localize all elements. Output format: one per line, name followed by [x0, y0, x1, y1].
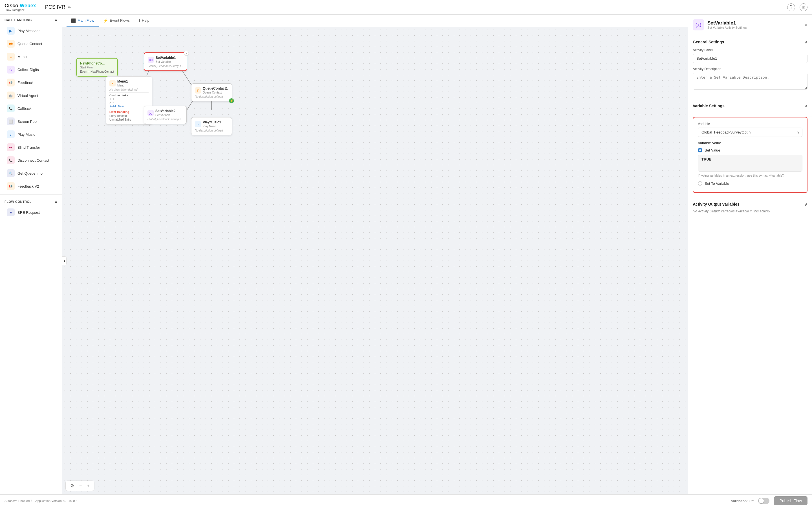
publish-flow-button[interactable]: Publish Flow	[774, 496, 808, 505]
queue-contact-title: QueueContact1	[203, 87, 228, 91]
setvariable2-title: SetVariable2	[155, 109, 175, 113]
tab-main-flow-icon: ⬛	[71, 18, 76, 23]
sidebar-item-get-queue-info[interactable]: 🔍 Get Queue Info	[2, 167, 59, 179]
play-music-node[interactable]: ♪ PlayMusic1 Play Music No description d…	[191, 117, 232, 135]
sidebar-item-feedback-v2[interactable]: 📢 Feedback V2	[2, 180, 59, 192]
disconnect-contact-icon: 📞	[7, 156, 15, 164]
variable-select-wrapper: Global_FeedbackSurveyOptIn ∨	[698, 128, 802, 137]
sidebar-label: Queue Contact	[17, 42, 42, 46]
sidebar-label: Virtual Agent	[17, 94, 38, 98]
sidebar-item-feedback[interactable]: 📢 Feedback	[2, 76, 59, 89]
canvas-connectors	[62, 27, 688, 494]
app-version: Application Version: 0.1.70-0	[35, 499, 75, 503]
setvariable2-desc: Global_FeedbackSurveyO...	[147, 118, 183, 121]
general-settings-chevron[interactable]: ∧	[805, 40, 808, 44]
set-to-variable-radio[interactable]	[698, 181, 702, 186]
variable-value-label: Variable Value	[698, 141, 802, 145]
node-delete-icon[interactable]: ×	[184, 51, 189, 56]
play-music-desc: No description defined	[195, 129, 229, 132]
sidebar-label: Callback	[17, 107, 32, 111]
setvariable2-node[interactable]: (x) SetVariable2 Set Variable Global_Fee…	[144, 106, 187, 124]
sidebar-item-menu[interactable]: ≡ Menu	[2, 50, 59, 63]
validation-toggle[interactable]	[758, 498, 769, 504]
start-node[interactable]: NewPhoneCo... Start Flow Event = NewPhon…	[76, 58, 118, 76]
app-version-info-icon: ℹ	[77, 499, 78, 503]
settings-button[interactable]: ⚙	[68, 483, 76, 489]
queue-contact-icon: ⇄	[195, 87, 201, 94]
sidebar-item-play-message[interactable]: ▶ Play Message	[2, 24, 59, 37]
queue-contact-node[interactable]: ⇄ QueueContact1 Queue Contact No descrip…	[191, 83, 232, 101]
tab-main-flow[interactable]: ⬛ Main Flow	[66, 15, 99, 27]
sidebar-label: Play Message	[17, 29, 41, 33]
sidebar-item-screen-pop[interactable]: ⬜ Screen Pop	[2, 115, 59, 128]
activity-label-group: Activity Label	[693, 48, 808, 63]
virtual-agent-icon: 🤖	[7, 92, 15, 100]
sidebar-item-play-music[interactable]: ♪ Play Music	[2, 128, 59, 140]
set-to-variable-option: Set To Variable	[698, 181, 802, 186]
tab-event-flows[interactable]: ⚡ Event Flows	[99, 15, 134, 27]
sidebar-toggle[interactable]: ‹	[62, 256, 66, 265]
sidebar-label: BRE Request	[17, 210, 40, 215]
set-to-variable-radio-option[interactable]: Set To Variable	[698, 181, 802, 186]
panel-icon: (x)	[693, 19, 704, 31]
variable-select[interactable]: Global_FeedbackSurveyOptIn	[698, 128, 802, 137]
set-value-radio-option[interactable]: Set Value	[698, 148, 802, 152]
variable-settings-chevron[interactable]: ∧	[805, 104, 808, 108]
setvariable1-subtitle: Set Variable	[156, 60, 175, 63]
edit-icon[interactable]: ✏	[68, 5, 71, 10]
start-node-title: NewPhoneCo...	[80, 61, 114, 65]
canvas-area: ⬛ Main Flow ⚡ Event Flows ℹ Help	[62, 15, 688, 494]
sidebar-call-handling-header: CALL HANDLING ∧	[0, 15, 62, 24]
variable-settings-content: Variable Global_FeedbackSurveyOptIn ∨ Va…	[693, 117, 808, 193]
menu-node-header: ≡ Menu1 Menu	[109, 79, 149, 87]
lightning-badge: ⚡	[229, 98, 234, 103]
zoom-in-button[interactable]: +	[85, 483, 91, 489]
output-variables-section: Activity Output Variables ∧ No Activity …	[688, 198, 812, 218]
output-chevron-icon[interactable]: ∧	[805, 202, 808, 207]
callback-icon: 📞	[7, 105, 15, 112]
variable-label: Variable	[698, 122, 802, 126]
setvariable1-desc: Global_FeedbackSurveyO...	[148, 64, 183, 68]
sidebar-flow-control-header: FLOW CONTROL ∧	[0, 196, 62, 206]
set-value-radio[interactable]	[698, 148, 702, 152]
logo-accent: Webex	[20, 3, 36, 8]
sidebar-item-queue-contact[interactable]: ⇄ Queue Contact	[2, 38, 59, 50]
zoom-out-button[interactable]: −	[78, 483, 84, 489]
sidebar-item-bre-request[interactable]: ≡ BRE Request	[2, 206, 59, 219]
exit-icon[interactable]: ⎋	[800, 3, 808, 11]
queue-contact-desc: No description defined	[195, 95, 229, 98]
logo-text: Cisco Webex	[4, 3, 36, 9]
tab-help[interactable]: ℹ Help	[134, 15, 154, 27]
sidebar-collapse-icon[interactable]: ∧	[55, 18, 57, 22]
sidebar-item-callback[interactable]: 📞 Callback	[2, 102, 59, 115]
bre-request-icon: ≡	[7, 209, 15, 216]
setvariable1-node[interactable]: × (x) SetVariable1 Set Variable Global_F…	[144, 52, 187, 71]
menu-item-1: 1 1	[109, 98, 114, 101]
activity-desc-textarea[interactable]	[693, 73, 808, 90]
error-handling-label: Error Handling	[109, 110, 149, 114]
set-value-box[interactable]: TRUE	[698, 155, 802, 172]
sidebar-item-disconnect-contact[interactable]: 📞 Disconnect Contact	[2, 154, 59, 166]
queue-contact-subtitle: Queue Contact	[203, 91, 228, 94]
setvariable1-icon: (x)	[148, 57, 154, 63]
menu-add-button[interactable]: ⊕ Add New	[109, 105, 149, 108]
variable-settings-header: Variable Settings ∧	[693, 104, 808, 108]
activity-label-label: Activity Label	[693, 48, 808, 52]
sidebar-item-collect-digits[interactable]: ⊙ Collect Digits	[2, 63, 59, 76]
panel-title-group: SetVariable1 Set Variable Activity Setti…	[707, 20, 747, 29]
tab-event-flows-icon: ⚡	[103, 18, 108, 23]
help-icon[interactable]: ?	[787, 3, 795, 11]
hint-text: If typing variables in an expression, us…	[698, 174, 802, 177]
panel-close-button[interactable]: ×	[804, 22, 808, 28]
topbar: Cisco Webex Flow Designer PCS IVR ✏ ? ⎋	[0, 0, 812, 15]
canvas[interactable]: NewPhoneCo... Start Flow Event = NewPhon…	[62, 27, 688, 494]
activity-label-input[interactable]	[693, 54, 808, 63]
sidebar-item-blind-transfer[interactable]: ⇢ Blind Transfer	[2, 141, 59, 154]
menu-node-desc: No description defined	[109, 88, 149, 91]
sidebar-item-virtual-agent[interactable]: 🤖 Virtual Agent	[2, 89, 59, 102]
menu-icon: ≡	[7, 53, 15, 61]
validation-label: Validation: Off	[731, 499, 753, 503]
sidebar-flow-collapse-icon[interactable]: ∧	[55, 200, 57, 204]
sidebar-label: Feedback V2	[17, 184, 39, 188]
setvariable1-title: SetVariable1	[156, 56, 175, 60]
